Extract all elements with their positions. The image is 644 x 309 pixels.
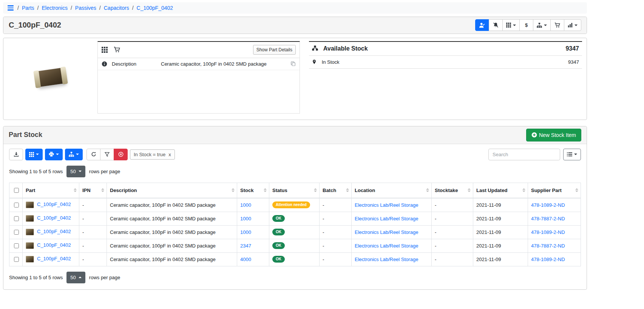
status-badge: OK [272, 242, 285, 249]
grid-icon[interactable] [102, 47, 108, 53]
filter-button[interactable] [100, 149, 114, 160]
part-link[interactable]: C_100pF_0402 [37, 215, 71, 221]
subscribe-button[interactable] [475, 19, 489, 31]
notifications-off-button[interactable] [489, 19, 503, 31]
export-button[interactable] [9, 149, 23, 160]
breadcrumb-link-parts[interactable]: Parts [22, 5, 34, 11]
select-all-checkbox[interactable] [14, 188, 19, 193]
stock-link[interactable]: 1000 [240, 229, 251, 235]
part-link[interactable]: C_100pF_0402 [37, 256, 71, 261]
ipn-cell: - [79, 252, 107, 266]
part-details-card: Show Part Details Description Ceramic ca… [97, 41, 300, 114]
table-row: C_100pF_0402 - Ceramic capacitor, 100pF … [9, 252, 581, 266]
order-button[interactable] [550, 19, 564, 31]
supplier-part-link[interactable]: 478-1089-2-ND [531, 202, 565, 208]
filter-tag: In Stock = true x [130, 149, 175, 160]
stock-actions-dropdown[interactable] [65, 149, 83, 160]
search-input[interactable] [488, 149, 560, 160]
breadcrumb-separator: / [71, 5, 72, 11]
stock-link[interactable]: 1000 [240, 216, 251, 221]
column-header-batch[interactable]: Batch [320, 183, 352, 198]
table-row: C_100pF_0402 - Ceramic capacitor, 100pF … [9, 239, 581, 252]
show-part-details-button[interactable]: Show Part Details [253, 45, 296, 55]
supplier-part-link[interactable]: 478-1089-2-ND [531, 257, 565, 262]
barcode-actions-dropdown[interactable] [25, 149, 43, 160]
location-link[interactable]: Electronics Lab/Reel Storage [355, 202, 418, 208]
supplier-part-link[interactable]: 478-1089-2-ND [531, 229, 565, 235]
column-header-status[interactable]: Status [269, 183, 320, 198]
location-link[interactable]: Electronics Lab/Reel Storage [355, 229, 418, 235]
stock-table-toolbar: In Stock = true x [9, 149, 581, 160]
row-checkbox[interactable] [14, 257, 19, 262]
row-checkbox[interactable] [14, 216, 19, 221]
stock-link[interactable]: 1000 [240, 202, 251, 208]
new-stock-item-button[interactable]: New Stock Item [526, 129, 581, 141]
status-badge: OK [272, 229, 285, 235]
in-stock-value: 9347 [517, 55, 582, 68]
breadcrumb-link-current-part[interactable]: C_100pF_0402 [137, 5, 173, 11]
column-header-part[interactable]: Part [23, 183, 79, 198]
chevron-down-icon [79, 171, 82, 172]
bell-slash-icon [493, 22, 499, 28]
last-updated-cell: 2021-11-09 [473, 225, 528, 239]
chevron-down-icon [544, 25, 547, 26]
table-view-dropdown[interactable] [563, 149, 581, 160]
part-link[interactable]: C_100pF_0402 [37, 229, 71, 234]
copy-icon[interactable] [290, 61, 296, 66]
barcode-actions-button[interactable] [502, 19, 520, 31]
print-actions-dropdown[interactable] [45, 149, 63, 160]
part-thumbnail [26, 201, 34, 208]
part-overview-panel: Show Part Details Description Ceramic ca… [3, 38, 587, 120]
row-checkbox[interactable] [14, 243, 19, 248]
column-header-description[interactable]: Description [107, 183, 237, 198]
part-image[interactable] [8, 41, 93, 114]
cart-icon[interactable] [114, 46, 120, 53]
sort-icon [426, 188, 429, 192]
description-row: Description Ceramic capacitor, 100pF in … [98, 58, 300, 70]
column-header-stocktake[interactable]: Stocktake [432, 183, 473, 198]
filter-tag-remove[interactable]: x [168, 152, 171, 157]
grid-icon [506, 23, 511, 28]
status-badge: Attention needed [272, 201, 310, 208]
status-badge: OK [272, 215, 285, 222]
table-header-row: Part IPN Description Stock Status Batch … [9, 183, 581, 198]
pricing-button[interactable]: $ [519, 19, 533, 31]
chart-bar-icon [568, 23, 573, 28]
refresh-button[interactable] [86, 149, 100, 160]
description-cell: Ceramic capacitor, 100pF in 0402 SMD pac… [107, 212, 237, 225]
location-link[interactable]: Electronics Lab/Reel Storage [355, 216, 418, 221]
stock-link[interactable]: 4000 [240, 257, 251, 262]
page-size-dropdown[interactable]: 50 [66, 272, 85, 283]
stock-link[interactable]: 2347 [240, 243, 251, 249]
download-icon [14, 152, 19, 157]
stock-actions-button[interactable] [533, 19, 551, 31]
supplier-part-link[interactable]: 478-7887-2-ND [531, 216, 565, 221]
part-link[interactable]: C_100pF_0402 [37, 242, 71, 248]
sort-icon [468, 188, 471, 192]
part-link[interactable]: C_100pF_0402 [37, 201, 71, 207]
ipn-cell: - [79, 225, 107, 239]
column-header-supplier-part[interactable]: Supplier Part [528, 183, 581, 198]
supplier-part-link[interactable]: 478-7887-2-ND [531, 243, 565, 249]
batch-cell: - [320, 212, 352, 225]
sell-actions-button[interactable] [564, 19, 581, 31]
available-stock-total: 9347 [517, 42, 582, 56]
last-updated-cell: 2021-11-09 [473, 239, 528, 252]
breadcrumb-link-electronics[interactable]: Electronics [42, 5, 67, 11]
column-header-last-updated[interactable]: Last Updated [473, 183, 528, 198]
row-checkbox[interactable] [14, 230, 19, 235]
column-header-location[interactable]: Location [352, 183, 432, 198]
breadcrumb-separator: / [132, 5, 134, 11]
clear-filters-button[interactable] [114, 149, 128, 160]
breadcrumb-link-passives[interactable]: Passives [75, 5, 96, 11]
ipn-cell: - [79, 198, 107, 212]
column-header-ipn[interactable]: IPN [79, 183, 107, 198]
page-size-dropdown[interactable]: 50 [66, 166, 85, 177]
location-link[interactable]: Electronics Lab/Reel Storage [355, 257, 418, 262]
row-checkbox[interactable] [14, 203, 19, 208]
column-header-stock[interactable]: Stock [237, 183, 269, 198]
sort-icon [74, 188, 77, 192]
menu-icon[interactable] [7, 5, 14, 11]
location-link[interactable]: Electronics Lab/Reel Storage [355, 243, 418, 249]
breadcrumb-link-capacitors[interactable]: Capacitors [104, 5, 129, 11]
